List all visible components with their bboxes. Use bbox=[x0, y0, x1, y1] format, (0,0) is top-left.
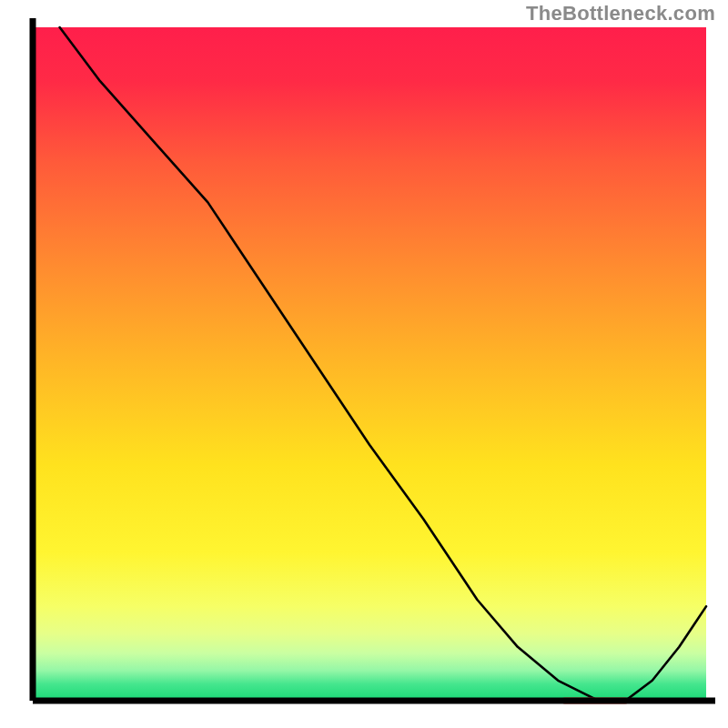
chart-svg bbox=[0, 0, 728, 728]
watermark-text: TheBottleneck.com bbox=[526, 2, 715, 25]
plot-background bbox=[33, 27, 706, 701]
bottleneck-chart: TheBottleneck.com bbox=[0, 0, 728, 728]
